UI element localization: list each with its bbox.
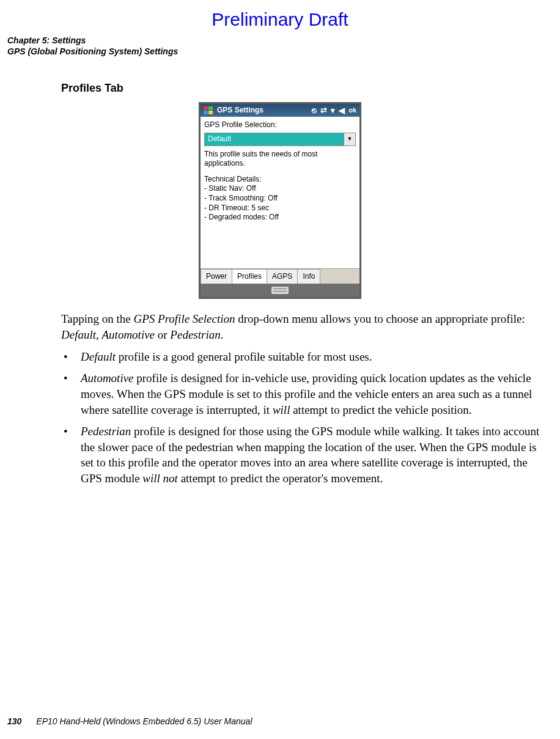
sync-icon[interactable]: ⇄: [320, 106, 327, 114]
term-pedestrian: Pedestrian: [81, 425, 131, 438]
bullet-automotive: Automotive profile is designed for in-ve…: [61, 370, 545, 417]
intro-paragraph: Tapping on the GPS Profile Selection dro…: [61, 311, 545, 342]
device-body: GPS Profile Selection: Default ▼ This pr…: [201, 117, 359, 268]
tab-info[interactable]: Info: [297, 269, 320, 284]
tab-agps[interactable]: AGPS: [267, 269, 298, 284]
technical-details-header: Technical Details:: [204, 175, 356, 185]
device-tabs: Power Profiles AGPS Info: [201, 268, 359, 284]
profile-selection-label: GPS Profile Selection:: [204, 120, 356, 130]
tech-static-nav: Static Nav: Off: [204, 184, 356, 194]
profiles-bullet-list: Default profile is a good general profil…: [61, 349, 545, 487]
term-gps-profile-selection: GPS Profile Selection: [133, 312, 235, 325]
ok-button[interactable]: ok: [348, 106, 356, 114]
term-automotive: Automotive: [102, 328, 155, 341]
section-header: GPS (Global Positioning System) Settings: [7, 46, 553, 57]
window-title: GPS Settings: [217, 106, 263, 116]
term-automotive: Automotive: [81, 372, 134, 384]
term-default: Default: [61, 328, 96, 341]
document-title: EP10 Hand-Held (Windows Embedded 6.5) Us…: [36, 716, 252, 727]
term-will-not: will not: [142, 472, 178, 485]
technical-details-list: Static Nav: Off Track Smoothing: Off DR …: [204, 184, 356, 222]
profile-description: This profile suits the needs of most app…: [204, 150, 356, 169]
chevron-down-icon[interactable]: ▼: [344, 133, 356, 146]
keyboard-icon[interactable]: [271, 287, 289, 294]
tech-dr-timeout: DR Timeout: 5 sec: [204, 204, 356, 213]
signal-icon[interactable]: ▾: [331, 106, 335, 114]
tech-track-smoothing: Track Smoothing: Off: [204, 194, 356, 204]
text: .: [221, 328, 224, 341]
term-will: will: [273, 403, 290, 416]
volume-icon[interactable]: ◀: [339, 106, 345, 114]
term-pedestrian: Pedestrian: [170, 328, 220, 341]
embedded-screenshot: GPS Settings ⎋ ⇄ ▾ ◀ ok GPS Profile Sele…: [7, 102, 553, 300]
body-text: Tapping on the GPS Profile Selection dro…: [61, 311, 545, 486]
text: or: [155, 328, 170, 341]
tech-degraded: Degraded modes: Off: [204, 213, 356, 222]
tab-profiles[interactable]: Profiles: [232, 269, 267, 284]
device-window: GPS Settings ⎋ ⇄ ▾ ◀ ok GPS Profile Sele…: [199, 102, 361, 300]
connectivity-icon[interactable]: ⎋: [312, 106, 317, 114]
tab-power[interactable]: Power: [201, 269, 232, 284]
text: attempt to predict the vehicle position.: [290, 403, 471, 416]
profile-dropdown-value[interactable]: Default: [204, 133, 344, 146]
start-flag-icon[interactable]: [204, 106, 213, 115]
bullet-pedestrian: Pedestrian profile is designed for those…: [61, 424, 545, 487]
chapter-header: Chapter 5: Settings: [7, 35, 553, 46]
bullet-default: Default profile is a good general profil…: [61, 349, 545, 365]
text: ,: [96, 328, 102, 341]
term-default: Default: [81, 350, 116, 363]
text: attempt to predict the opera­tor's movem…: [178, 472, 383, 485]
section-title: Profiles Tab: [61, 81, 553, 95]
draft-banner: Preliminary Draft: [7, 7, 553, 31]
profile-dropdown[interactable]: Default ▼: [204, 133, 356, 146]
page-number: 130: [7, 716, 21, 727]
device-softkey-bar: [201, 284, 359, 297]
text: profile is a good general profile suitab…: [116, 350, 372, 363]
text: drop-down menu allows you to choose an a…: [235, 312, 525, 325]
page-footer: 130 EP10 Hand-Held (Windows Embedded 6.5…: [7, 716, 252, 727]
device-titlebar: GPS Settings ⎋ ⇄ ▾ ◀ ok: [201, 104, 359, 117]
text: Tapping on the: [61, 312, 133, 325]
